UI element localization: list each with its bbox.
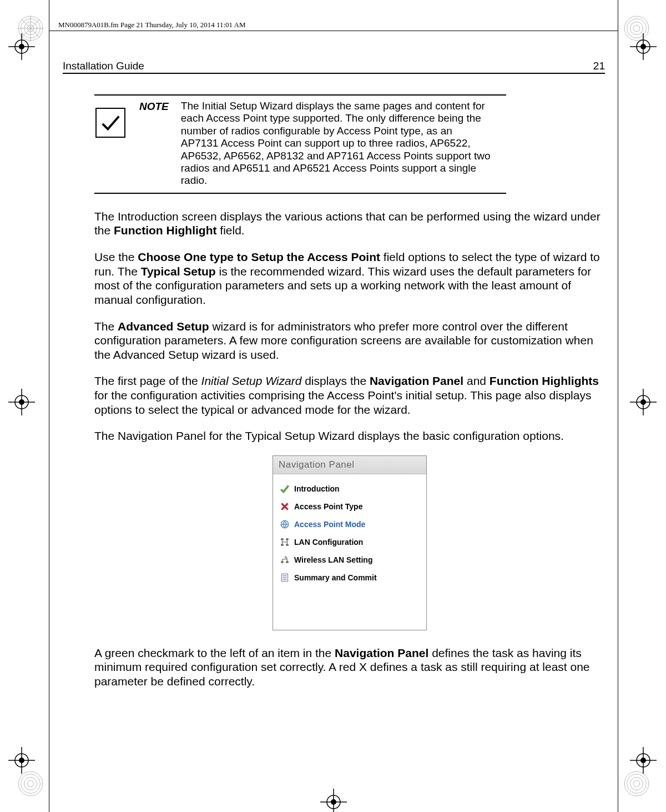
paragraph: The Introduction screen displays the var…: [94, 209, 605, 238]
registration-mark-icon: [8, 747, 35, 776]
nav-panel-title: Navigation Panel: [273, 456, 426, 474]
nav-item-wireless-lan-setting: Wireless LAN Setting: [276, 551, 423, 569]
nav-item-label: Introduction: [294, 484, 340, 493]
lan-icon: [280, 537, 290, 547]
nav-item-access-point-mode: Access Point Mode: [276, 515, 423, 533]
note-body: The Initial Setup Wizard displays the sa…: [181, 100, 492, 187]
note-block: NOTE The Initial Setup Wizard displays t…: [94, 94, 506, 194]
running-head: Installation Guide 21: [63, 60, 605, 72]
svg-rect-60: [286, 561, 289, 563]
nav-item-summary-commit: Summary and Commit: [276, 569, 423, 587]
crop-line-left: [49, 0, 49, 812]
registration-mark-icon: [630, 747, 657, 776]
nav-item-introduction: Introduction: [276, 480, 423, 498]
nav-item-label: LAN Configuration: [294, 538, 363, 547]
file-page-annotation: MN000879A01B.fm Page 21 Thursday, July 1…: [58, 21, 246, 29]
wlan-icon: [280, 555, 290, 565]
nav-panel-list: Introduction Access Point Type Access Po…: [273, 474, 426, 630]
paragraph: The Navigation Panel for the Typical Set…: [94, 429, 605, 443]
page-number: 21: [593, 60, 605, 72]
header-rule: [49, 31, 618, 31]
svg-rect-52: [281, 544, 284, 545]
svg-point-8: [633, 25, 640, 32]
svg-point-14: [21, 774, 41, 794]
registration-mark-icon: [8, 389, 35, 418]
svg-point-17: [630, 778, 643, 790]
nav-item-label: Summary and Commit: [294, 573, 377, 582]
svg-rect-59: [281, 561, 284, 563]
note-label: NOTE: [139, 100, 169, 187]
svg-rect-53: [286, 544, 289, 545]
svg-point-18: [627, 774, 647, 794]
globe-icon: [280, 519, 290, 529]
x-red-icon: [280, 502, 290, 512]
svg-rect-50: [281, 538, 284, 540]
checkmark-icon: [95, 108, 125, 138]
svg-point-16: [633, 780, 640, 787]
navigation-panel-screenshot: Navigation Panel Introduction Access Poi…: [273, 455, 427, 630]
registration-mark-icon: [630, 389, 657, 418]
running-head-left: Installation Guide: [63, 60, 144, 72]
svg-point-12: [27, 780, 34, 787]
nav-item-lan-configuration: LAN Configuration: [276, 533, 423, 551]
document-icon: [280, 573, 290, 583]
registration-mark-icon: [320, 789, 347, 812]
paragraph: The Advanced Setup wizard is for adminis…: [94, 319, 605, 362]
nav-item-label: Access Point Type: [294, 502, 362, 511]
paragraph: A green checkmark to the left of an item…: [94, 646, 605, 689]
nav-item-label: Access Point Mode: [294, 520, 365, 529]
registration-mark-icon: [630, 33, 657, 62]
nav-item-label: Wireless LAN Setting: [294, 555, 372, 564]
registration-mark-icon: [8, 33, 35, 62]
paragraph: Use the Choose One type to Setup the Acc…: [94, 250, 605, 307]
crop-line-right: [618, 0, 618, 812]
nav-item-access-point-type: Access Point Type: [276, 498, 423, 515]
paragraph: The first page of the Initial Setup Wiza…: [94, 374, 605, 417]
running-rule: [63, 73, 605, 74]
check-green-icon: [280, 484, 290, 494]
page-content: NOTE The Initial Setup Wizard displays t…: [94, 94, 605, 701]
svg-point-13: [24, 778, 37, 790]
svg-rect-51: [286, 538, 289, 540]
